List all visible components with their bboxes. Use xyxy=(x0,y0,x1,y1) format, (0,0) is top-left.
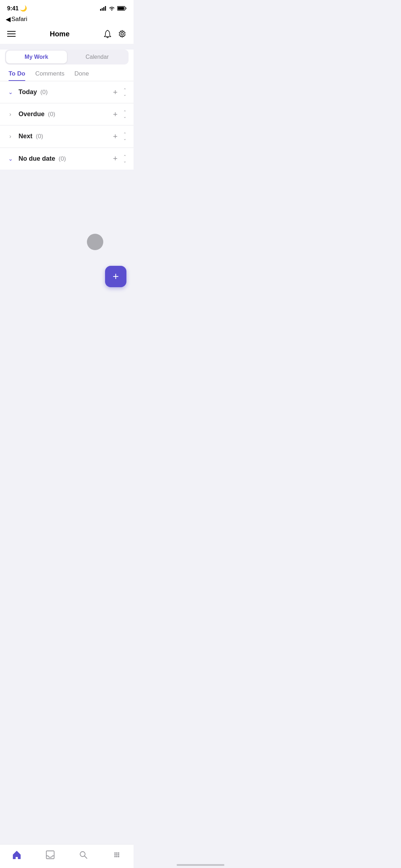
signal-icon xyxy=(100,6,106,11)
wifi-icon xyxy=(109,6,115,11)
sort-down-icon: ⌄ xyxy=(123,136,126,141)
section-today[interactable]: ⌄ Today (0) + ⌃ ⌄ xyxy=(0,81,134,103)
back-label: Safari xyxy=(11,16,27,23)
sort-today-button[interactable]: ⌃ ⌄ xyxy=(123,88,126,97)
chevron-today-icon: ⌄ xyxy=(7,89,14,95)
svg-rect-1 xyxy=(102,8,103,11)
hamburger-line-1 xyxy=(7,31,16,32)
section-no-due-date-left: ⌄ No due date (0) xyxy=(7,155,66,162)
bell-icon[interactable] xyxy=(104,30,111,38)
section-overdue-title: Overdue xyxy=(19,110,45,118)
sort-no-due-date-button[interactable]: ⌃ ⌄ xyxy=(123,154,126,163)
scroll-indicator xyxy=(87,234,103,250)
header: Home xyxy=(0,26,134,44)
time-text: 9:41 xyxy=(7,5,19,11)
section-overdue-count: (0) xyxy=(48,111,55,118)
svg-rect-2 xyxy=(103,7,104,11)
sort-down-icon: ⌄ xyxy=(123,159,126,163)
page-title: Home xyxy=(50,30,70,38)
section-next-count: (0) xyxy=(36,133,43,140)
sub-tabs: To Do Comments Done xyxy=(0,64,134,81)
sort-up-icon: ⌃ xyxy=(123,88,126,92)
add-task-fab[interactable]: + xyxy=(105,266,126,287)
chevron-no-due-date-icon: ⌄ xyxy=(7,155,14,162)
hamburger-line-2 xyxy=(7,33,16,34)
battery-icon xyxy=(117,6,126,11)
back-nav[interactable]: ◀ Safari xyxy=(0,14,134,26)
sort-overdue-button[interactable]: ⌃ ⌄ xyxy=(123,110,126,119)
fab-plus-icon: + xyxy=(113,271,119,282)
status-icons xyxy=(100,6,126,11)
sort-down-icon: ⌄ xyxy=(123,114,126,119)
tab-calendar[interactable]: Calendar xyxy=(67,51,128,63)
chevron-overdue-icon: › xyxy=(7,111,14,118)
section-no-due-date[interactable]: ⌄ No due date (0) + ⌃ ⌄ xyxy=(0,148,134,170)
tab-comments-label: Comments xyxy=(35,70,64,77)
gear-icon[interactable] xyxy=(118,30,126,38)
status-time: 9:41 🌙 xyxy=(7,5,27,12)
hamburger-line-3 xyxy=(7,36,16,37)
menu-button[interactable] xyxy=(7,31,16,37)
section-overdue-left: › Overdue (0) xyxy=(7,110,55,118)
tab-my-work[interactable]: My Work xyxy=(6,51,67,63)
tab-my-work-label: My Work xyxy=(25,54,48,60)
empty-area xyxy=(0,170,134,319)
section-no-due-date-actions: + ⌃ ⌄ xyxy=(113,154,126,163)
svg-rect-6 xyxy=(118,7,124,10)
section-next-title: Next xyxy=(19,133,32,140)
list-container: ⌄ Today (0) + ⌃ ⌄ › xyxy=(0,81,134,170)
section-next-actions: + ⌃ ⌄ xyxy=(113,132,126,141)
tab-todo[interactable]: To Do xyxy=(9,70,25,81)
add-no-due-date-button[interactable]: + xyxy=(113,155,118,162)
back-arrow-icon: ◀ xyxy=(6,15,11,23)
tab-comments[interactable]: Comments xyxy=(35,70,64,81)
chevron-next-icon: › xyxy=(7,133,14,140)
add-today-button[interactable]: + xyxy=(113,88,118,96)
sort-up-icon: ⌃ xyxy=(123,154,126,159)
sort-up-icon: ⌃ xyxy=(123,132,126,136)
section-no-due-date-title: No due date xyxy=(19,155,55,162)
sort-next-button[interactable]: ⌃ ⌄ xyxy=(123,132,126,141)
section-no-due-date-count: (0) xyxy=(58,155,66,162)
header-actions xyxy=(104,30,126,38)
section-today-actions: + ⌃ ⌄ xyxy=(113,88,126,97)
add-next-button[interactable]: + xyxy=(113,133,118,140)
tab-todo-label: To Do xyxy=(9,70,25,77)
section-next-left: › Next (0) xyxy=(7,133,43,140)
svg-rect-3 xyxy=(105,6,106,11)
section-today-title: Today xyxy=(19,88,37,95)
tab-done-label: Done xyxy=(74,70,89,77)
tab-done[interactable]: Done xyxy=(74,70,89,81)
section-today-count: (0) xyxy=(40,89,48,95)
sort-up-icon: ⌃ xyxy=(123,110,126,114)
main-tabs: My Work Calendar xyxy=(5,50,129,64)
svg-rect-0 xyxy=(100,9,101,11)
tab-calendar-label: Calendar xyxy=(85,54,109,60)
svg-point-7 xyxy=(121,33,123,35)
page: 9:41 🌙 xyxy=(0,0,134,319)
section-overdue[interactable]: › Overdue (0) + ⌃ ⌄ xyxy=(0,103,134,125)
section-next[interactable]: › Next (0) + ⌃ ⌄ xyxy=(0,125,134,147)
add-overdue-button[interactable]: + xyxy=(113,110,118,118)
svg-point-4 xyxy=(111,10,113,11)
moon-icon: 🌙 xyxy=(20,5,27,11)
sort-down-icon: ⌄ xyxy=(123,92,126,97)
section-today-left: ⌄ Today (0) xyxy=(7,88,48,96)
status-bar: 9:41 🌙 xyxy=(0,0,134,14)
section-overdue-actions: + ⌃ ⌄ xyxy=(113,110,126,119)
